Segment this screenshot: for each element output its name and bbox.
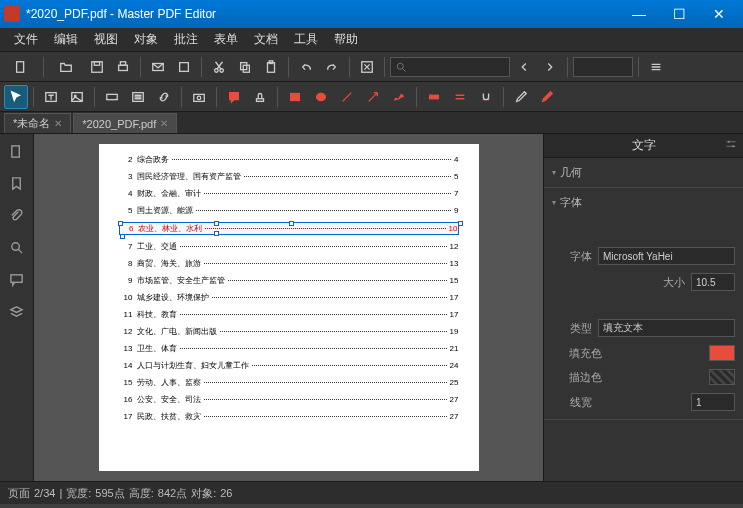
toc-line[interactable]: 15劳动、人事、监察25 xyxy=(119,377,459,388)
cut-button[interactable] xyxy=(207,55,231,79)
image-tool[interactable] xyxy=(65,85,89,109)
save-button[interactable] xyxy=(85,55,109,79)
panel-settings-icon[interactable] xyxy=(725,138,737,153)
search-prev-button[interactable] xyxy=(512,55,536,79)
svg-rect-18 xyxy=(107,94,118,99)
menu-more-button[interactable] xyxy=(644,55,668,79)
copy-button[interactable] xyxy=(233,55,257,79)
print-button[interactable] xyxy=(111,55,135,79)
bookmarks-icon[interactable] xyxy=(6,172,28,194)
redo-button[interactable] xyxy=(320,55,344,79)
text-tool[interactable] xyxy=(39,85,63,109)
fit-button[interactable] xyxy=(355,55,379,79)
link-tool[interactable] xyxy=(152,85,176,109)
svg-point-7 xyxy=(215,68,219,72)
undo-button[interactable] xyxy=(294,55,318,79)
toc-line[interactable]: 13卫生、体育21 xyxy=(119,343,459,354)
highlight-tool[interactable] xyxy=(422,85,446,109)
toc-line[interactable]: 3国民经济管理、国有资产监管5 xyxy=(119,171,459,182)
tab[interactable]: *未命名✕ xyxy=(4,113,71,133)
select-tool[interactable] xyxy=(4,85,28,109)
toc-line[interactable]: 2综合政务4 xyxy=(119,154,459,165)
linewidth-value[interactable]: 1 xyxy=(691,393,735,411)
type-value[interactable]: 填充文本 xyxy=(598,319,735,337)
status-height-value: 842点 xyxy=(158,486,187,501)
stamp-tool[interactable] xyxy=(248,85,272,109)
menu-对象[interactable]: 对象 xyxy=(126,28,166,51)
line-tool[interactable] xyxy=(335,85,359,109)
toc-line[interactable]: 5国土资源、能源9 xyxy=(119,205,459,216)
sign2-tool[interactable] xyxy=(535,85,559,109)
form-text-tool[interactable] xyxy=(100,85,124,109)
toc-line[interactable]: 7工业、交通12 xyxy=(119,241,459,252)
type-label: 类型 xyxy=(552,321,592,336)
toolbar-tools xyxy=(0,82,743,112)
ellipse-tool[interactable] xyxy=(309,85,333,109)
menu-文件[interactable]: 文件 xyxy=(6,28,46,51)
toc-line[interactable]: 6农业、林业、水利10 xyxy=(119,222,459,235)
toc-line[interactable]: 14人口与计划生育、妇女儿童工作24 xyxy=(119,360,459,371)
new-button[interactable] xyxy=(4,55,38,79)
scan-button[interactable] xyxy=(172,55,196,79)
status-width-label: 宽度: xyxy=(66,486,91,501)
search-panel-icon[interactable] xyxy=(6,236,28,258)
tab-close-icon[interactable]: ✕ xyxy=(160,118,168,129)
stroke-color-swatch[interactable] xyxy=(709,369,735,385)
zoom-input[interactable] xyxy=(573,57,633,77)
search-input[interactable] xyxy=(390,57,510,77)
linewidth-label: 线宽 xyxy=(552,395,592,410)
tab-close-icon[interactable]: ✕ xyxy=(54,118,62,129)
comments-icon[interactable] xyxy=(6,268,28,290)
maximize-button[interactable]: ☐ xyxy=(659,0,699,28)
thumbnails-icon[interactable] xyxy=(6,140,28,162)
menu-工具[interactable]: 工具 xyxy=(286,28,326,51)
rect-tool[interactable] xyxy=(283,85,307,109)
email-button[interactable] xyxy=(146,55,170,79)
note-tool[interactable] xyxy=(222,85,246,109)
arrow-tool[interactable] xyxy=(361,85,385,109)
toc-line[interactable]: 8商贸、海关、旅游13 xyxy=(119,258,459,269)
layers-icon[interactable] xyxy=(6,300,28,322)
attachments-icon[interactable] xyxy=(6,204,28,226)
section-font[interactable]: 字体 xyxy=(552,192,735,213)
document-area[interactable]: 2综合政务43国民经济管理、国有资产监管54财政、金融、审计75国土资源、能源9… xyxy=(34,134,543,481)
menu-文档[interactable]: 文档 xyxy=(246,28,286,51)
menu-视图[interactable]: 视图 xyxy=(86,28,126,51)
size-value[interactable]: 10.5 xyxy=(691,273,735,291)
menu-批注[interactable]: 批注 xyxy=(166,28,206,51)
svg-point-14 xyxy=(397,63,403,69)
fill-color-swatch[interactable] xyxy=(709,345,735,361)
tab[interactable]: *2020_PDF.pdf✕ xyxy=(73,113,177,133)
font-value[interactable]: Microsoft YaHei xyxy=(598,247,735,265)
fill-label: 填充色 xyxy=(552,346,602,361)
toc-line[interactable]: 9市场监管、安全生产监管15 xyxy=(119,275,459,286)
snapshot-tool[interactable] xyxy=(187,85,211,109)
toc-line[interactable]: 10城乡建设、环境保护17 xyxy=(119,292,459,303)
open-button[interactable] xyxy=(49,55,83,79)
toc-line[interactable]: 4财政、金融、审计7 xyxy=(119,188,459,199)
search-next-button[interactable] xyxy=(538,55,562,79)
menu-帮助[interactable]: 帮助 xyxy=(326,28,366,51)
underline-tool[interactable] xyxy=(474,85,498,109)
paste-button[interactable] xyxy=(259,55,283,79)
svg-rect-22 xyxy=(257,98,264,101)
close-button[interactable]: ✕ xyxy=(699,0,739,28)
pdf-page: 2综合政务43国民经济管理、国有资产监管54财政、金融、审计75国土资源、能源9… xyxy=(99,144,479,471)
statusbar: 页面 2/34 | 宽度: 595点 高度: 842点 对象: 26 xyxy=(0,481,743,504)
toc-line[interactable]: 16公安、安全、司法27 xyxy=(119,394,459,405)
form-list-tool[interactable] xyxy=(126,85,150,109)
panel-title: 文字 xyxy=(544,134,743,158)
section-geometry[interactable]: 几何 xyxy=(552,162,735,183)
strike-tool[interactable] xyxy=(448,85,472,109)
document-tabs: *未命名✕*2020_PDF.pdf✕ xyxy=(0,112,743,134)
minimize-button[interactable]: — xyxy=(619,0,659,28)
pencil-tool[interactable] xyxy=(387,85,411,109)
svg-rect-26 xyxy=(12,145,20,156)
menu-编辑[interactable]: 编辑 xyxy=(46,28,86,51)
toc-line[interactable]: 17民政、扶贫、救灾27 xyxy=(119,411,459,422)
toc-line[interactable]: 11科技、教育17 xyxy=(119,309,459,320)
status-objects-label: 对象: xyxy=(191,486,216,501)
menu-表单[interactable]: 表单 xyxy=(206,28,246,51)
toc-line[interactable]: 12文化、广电、新闻出版19 xyxy=(119,326,459,337)
sign-tool[interactable] xyxy=(509,85,533,109)
